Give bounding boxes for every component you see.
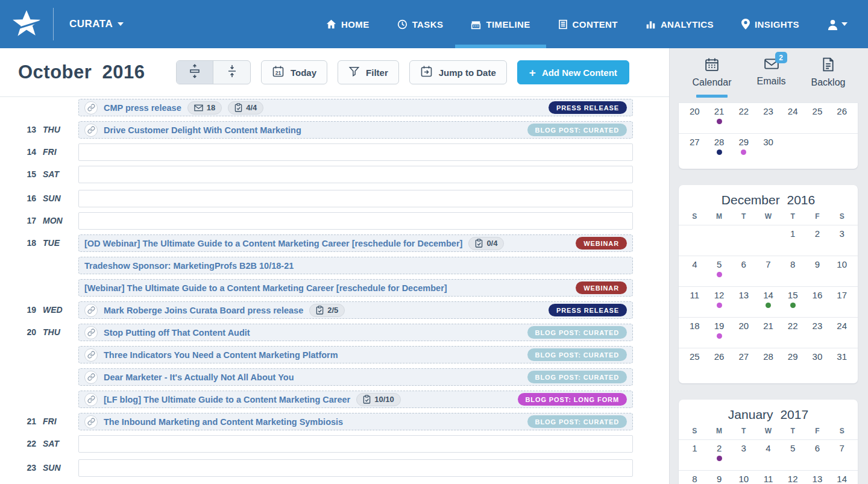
mini-calendar-day[interactable]: 14 — [756, 287, 781, 317]
mini-calendar-day[interactable]: 9 — [707, 471, 732, 484]
mini-calendar-day[interactable]: 21 — [707, 103, 732, 133]
mini-calendar-day[interactable]: 2 — [707, 440, 732, 470]
empty-day-row[interactable] — [78, 143, 633, 161]
nav-item-home[interactable]: HOME — [326, 0, 370, 48]
mini-calendar-day[interactable]: 22 — [731, 103, 756, 133]
mini-calendar-day[interactable]: 14 — [829, 471, 854, 484]
add-new-content-button[interactable]: + Add New Content — [517, 60, 629, 84]
user-menu[interactable] — [827, 0, 848, 48]
mini-calendar-day[interactable]: 31 — [829, 348, 854, 379]
content-title[interactable]: Mark Roberge Joins Curata Board press re… — [104, 306, 303, 315]
mini-calendar-day[interactable]: 8 — [682, 471, 707, 484]
nav-item-analytics[interactable]: ANALYTICS — [646, 0, 714, 48]
mini-calendar-day[interactable]: 7 — [829, 440, 854, 470]
content-row[interactable]: [Webinar] The Ultimate Guide to a Conten… — [78, 279, 633, 297]
mini-calendar-day[interactable]: 26 — [829, 103, 854, 133]
nav-item-tasks[interactable]: TASKS — [397, 0, 444, 48]
mini-calendar-day[interactable]: 27 — [682, 134, 707, 164]
mini-calendar-day[interactable]: 11 — [682, 287, 707, 317]
mini-calendar-day[interactable]: 29 — [731, 134, 756, 164]
empty-day-row[interactable] — [78, 459, 633, 477]
mini-calendar-day[interactable]: 19 — [707, 318, 732, 348]
mini-calendar-day[interactable]: 13 — [805, 471, 830, 484]
mini-calendar-day[interactable]: 8 — [781, 256, 805, 286]
content-row[interactable]: [OD Webinar] The Ultimate Guide to a Con… — [78, 234, 633, 252]
mini-calendar-day[interactable]: 20 — [682, 103, 707, 133]
mini-calendar-day[interactable]: 25 — [805, 103, 830, 133]
content-title[interactable]: [Webinar] The Ultimate Guide to a Conten… — [84, 283, 447, 293]
mini-calendar-day[interactable]: 16 — [805, 287, 830, 317]
expand-rows-button[interactable] — [177, 61, 213, 84]
today-button[interactable]: 21 Today — [261, 60, 327, 84]
content-title[interactable]: Tradeshow Sponsor: MarketingProfs B2B 10… — [84, 261, 294, 271]
mini-calendar-day[interactable]: 12 — [781, 471, 805, 484]
tab-emails[interactable]: 2 Emails — [757, 57, 786, 98]
mini-calendar-day[interactable]: 3 — [829, 225, 854, 256]
nav-item-insights[interactable]: INSIGHTS — [741, 0, 799, 48]
mini-calendar-day[interactable]: 27 — [731, 348, 756, 379]
mini-calendar-day[interactable]: 12 — [707, 287, 732, 317]
mini-calendar-day[interactable]: 28 — [756, 348, 781, 379]
content-title[interactable]: [LF blog] The Ultimate Guide to a Conten… — [104, 395, 350, 404]
tab-backlog[interactable]: Backlog — [811, 57, 846, 98]
nav-item-content[interactable]: CONTENT — [558, 0, 618, 48]
mini-calendar-day[interactable]: 4 — [682, 256, 707, 286]
mini-calendar-day[interactable]: 11 — [756, 471, 781, 484]
mini-calendar-day[interactable]: 5 — [707, 256, 732, 286]
content-row[interactable]: The Inbound Marketing and Content Market… — [78, 413, 633, 430]
content-title[interactable]: CMP press release — [104, 103, 181, 113]
empty-day-row[interactable] — [78, 166, 633, 183]
content-row[interactable]: Drive Customer Delight With Content Mark… — [78, 121, 633, 139]
mini-calendar-day[interactable]: 22 — [781, 318, 805, 348]
content-row[interactable]: Mark Roberge Joins Curata Board press re… — [78, 301, 633, 319]
content-title[interactable]: Three Indicators You Need a Content Mark… — [104, 350, 338, 360]
collapse-rows-button[interactable] — [213, 61, 250, 84]
nav-item-timeline[interactable]: TIMELINE — [471, 0, 530, 48]
mini-calendar-day[interactable]: 24 — [781, 103, 805, 133]
mini-calendar-day[interactable]: 2 — [805, 225, 830, 256]
mini-calendar-day[interactable]: 28 — [707, 134, 732, 164]
content-row[interactable]: Stop Putting off That Content AuditBLOG … — [78, 324, 633, 341]
mini-calendar-day[interactable]: 18 — [682, 318, 707, 348]
mini-calendar-day[interactable]: 25 — [682, 348, 707, 379]
mini-calendar-day[interactable]: 6 — [731, 256, 756, 286]
mini-calendar-day[interactable]: 1 — [682, 440, 707, 470]
content-title[interactable]: The Inbound Marketing and Content Market… — [104, 417, 343, 427]
content-title[interactable]: Drive Customer Delight With Content Mark… — [104, 125, 301, 135]
mini-calendar-day[interactable]: 15 — [781, 287, 805, 317]
filter-button[interactable]: Filter — [338, 60, 399, 84]
mini-calendar-day[interactable]: 10 — [731, 471, 756, 484]
mini-calendar-day[interactable]: 9 — [805, 256, 830, 286]
empty-day-row[interactable] — [78, 190, 633, 207]
mini-calendar-day[interactable]: 24 — [829, 318, 854, 348]
mini-calendar-day[interactable]: 1 — [781, 225, 805, 256]
content-row[interactable]: [LF blog] The Ultimate Guide to a Conten… — [78, 391, 633, 408]
mini-calendar-day[interactable]: 20 — [731, 318, 756, 348]
mini-calendar-day[interactable]: 21 — [756, 318, 781, 348]
content-row[interactable]: Three Indicators You Need a Content Mark… — [78, 346, 633, 363]
mini-calendar-day[interactable]: 5 — [781, 440, 805, 470]
tab-calendar[interactable]: Calendar — [693, 57, 732, 98]
mini-calendar-day[interactable]: 7 — [756, 256, 781, 286]
mini-calendar-day[interactable]: 6 — [805, 440, 830, 470]
mini-calendar-day[interactable]: 17 — [829, 287, 854, 317]
mini-calendar-day[interactable]: 30 — [805, 348, 830, 379]
mini-calendar-day[interactable]: 26 — [707, 348, 732, 379]
content-row[interactable]: Dear Marketer - It's Actually Not All Ab… — [78, 368, 633, 386]
content-title[interactable]: Dear Marketer - It's Actually Not All Ab… — [104, 372, 294, 382]
mini-calendar-day[interactable]: 30 — [756, 134, 781, 164]
content-title[interactable]: Stop Putting off That Content Audit — [104, 328, 250, 338]
mini-calendar-day[interactable]: 23 — [805, 318, 830, 348]
empty-day-row[interactable] — [78, 212, 633, 230]
mini-calendar-day[interactable]: 3 — [731, 440, 756, 470]
mini-calendar-day[interactable]: 23 — [756, 103, 781, 133]
content-row[interactable]: Tradeshow Sponsor: MarketingProfs B2B 10… — [78, 257, 633, 274]
curata-logo-icon[interactable] — [0, 9, 53, 39]
jump-to-date-button[interactable]: Jump to Date — [409, 60, 507, 84]
mini-calendar-day[interactable]: 4 — [756, 440, 781, 470]
mini-calendar-day[interactable]: 13 — [731, 287, 756, 317]
mini-calendar-day[interactable]: 10 — [829, 256, 854, 286]
empty-day-row[interactable] — [78, 435, 633, 453]
mini-calendar-day[interactable]: 29 — [781, 348, 805, 379]
brand-dropdown[interactable]: CURATA — [69, 18, 124, 30]
